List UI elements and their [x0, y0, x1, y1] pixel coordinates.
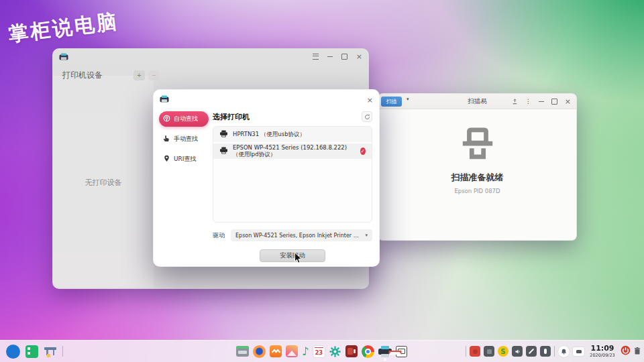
tab-label: URI查找: [174, 155, 197, 164]
tab-label: 手动查找: [174, 135, 198, 143]
taskbar: ♪ 23 S 11:09: [0, 340, 644, 362]
dock-separator: [62, 346, 63, 357]
music-icon[interactable]: ♪: [302, 346, 309, 357]
remove-printer-button[interactable]: −: [148, 70, 160, 80]
printer-window-titlebar[interactable]: ×: [53, 49, 368, 64]
image-viewer-icon[interactable]: [286, 345, 298, 357]
printer-row[interactable]: EPSON WP-4521 Series (192.168.8.222) （使用…: [213, 143, 372, 160]
scanner-device-name: Epson PID 087D: [378, 188, 576, 194]
hand-icon: [163, 135, 170, 143]
driver-dropdown[interactable]: Epson WP-4521 Series, Epson Inkjet Print…: [231, 229, 372, 241]
printer-name: HPRTN31 （使用usb协议）: [233, 131, 305, 139]
tab-label: 自动查找: [174, 115, 198, 123]
notification-bell-icon[interactable]: [558, 346, 570, 357]
scanner-titlebar[interactable]: 扫描易 扫描 ▾ ⋮ ×: [378, 94, 576, 109]
tray-separator: [466, 346, 466, 357]
tray-separator: [554, 346, 555, 357]
app-store-icon[interactable]: [270, 345, 282, 357]
firefox-icon[interactable]: [253, 345, 266, 358]
printer-app-icon: [59, 50, 68, 63]
add-printer-dialog: × 自动查找 手动查找 URI查找: [153, 89, 380, 267]
calendar-day: 23: [315, 350, 323, 356]
clock-time: 11:09: [588, 345, 617, 352]
onscreen-keyboard-icon[interactable]: [573, 347, 584, 356]
printer-list: HPRTN31 （使用usb协议） EPSON WP-4521 Series (…: [213, 126, 372, 223]
input-method-icon[interactable]: S: [498, 346, 508, 357]
close-icon[interactable]: ×: [356, 53, 362, 60]
kebab-menu-icon[interactable]: ⋮: [525, 98, 531, 105]
tab-uri-search[interactable]: URI查找: [159, 152, 209, 167]
auto-search-icon: [163, 115, 170, 123]
control-center-icon[interactable]: [329, 345, 341, 358]
export-icon[interactable]: [512, 99, 518, 105]
close-icon[interactable]: ×: [367, 97, 373, 104]
scan-status-text: 扫描准备就绪: [378, 172, 576, 184]
tab-manual-search[interactable]: 手动查找: [159, 131, 209, 147]
scanner-body: 扫描准备就绪 Epson PID 087D: [378, 109, 576, 240]
calendar-icon[interactable]: 23: [313, 346, 325, 357]
driver-dropdown-value: Epson WP-4521 Series, Epson Inkjet Print…: [235, 233, 362, 239]
driver-label: 驱动: [213, 231, 225, 240]
tab-auto-search[interactable]: 自动查找: [159, 111, 209, 127]
install-driver-button[interactable]: 安装驱动: [260, 249, 325, 262]
scan-options-caret-icon[interactable]: ▾: [407, 97, 409, 102]
file-manager-icon[interactable]: [236, 346, 249, 357]
dialog-titlebar[interactable]: ×: [154, 90, 379, 107]
trash-icon[interactable]: [634, 345, 641, 358]
screen-recorder-icon[interactable]: [470, 346, 480, 357]
display-settings-icon[interactable]: [484, 346, 494, 357]
scanner-dock-icon[interactable]: [396, 346, 407, 357]
video-player-icon[interactable]: [345, 345, 358, 357]
search-mode-sidebar: 自动查找 手动查找 URI查找: [159, 111, 209, 172]
clock-date: 2020/09/23: [588, 353, 617, 358]
close-icon[interactable]: ×: [565, 98, 571, 105]
select-printer-title: 选择打印机: [213, 112, 250, 122]
location-pin-icon: [163, 155, 170, 164]
printer-app-icon: [160, 93, 169, 105]
desktop: 掌柜说电脑 × 打印机设备 + − 无打印设备 扫描易 扫描 ▾: [0, 0, 644, 362]
printer-icon: [219, 147, 228, 156]
chrome-icon[interactable]: [362, 345, 374, 358]
selected-check-icon: ✓: [360, 147, 366, 155]
printer-row[interactable]: HPRTN31 （使用usb协议）: [213, 127, 372, 143]
maximize-icon[interactable]: [341, 54, 347, 60]
multitasking-view-icon[interactable]: [25, 345, 38, 358]
launcher-icon[interactable]: [6, 345, 20, 359]
scanner-window: 扫描易 扫描 ▾ ⋮ × 扫描准备就绪 Epson PID 087D: [378, 93, 577, 241]
window-menu-icon[interactable]: [313, 54, 319, 60]
printer-name: EPSON WP-4521 Series (192.168.8.222) （使用…: [233, 144, 356, 159]
scan-button[interactable]: 扫描: [381, 97, 402, 107]
minimize-icon[interactable]: [327, 56, 333, 57]
no-printer-text: 无打印设备: [53, 178, 154, 188]
taskbar-clock[interactable]: 11:09 2020/09/23: [588, 345, 617, 358]
dialog-content: 选择打印机 HPRTN31 （使用usb协议） EPSON WP-4521 Se: [213, 111, 372, 259]
chevron-down-icon: ▾: [365, 233, 368, 238]
volume-icon[interactable]: [512, 346, 523, 357]
scanner-ready-icon: [378, 127, 576, 166]
microphone-icon[interactable]: [540, 346, 551, 357]
maximize-icon[interactable]: [551, 99, 557, 105]
refresh-button[interactable]: [362, 111, 372, 122]
add-printer-button[interactable]: +: [133, 70, 145, 80]
shutdown-icon[interactable]: [621, 345, 631, 358]
printer-icon: [219, 130, 228, 139]
printer-devices-label: 打印机设备: [62, 70, 103, 81]
workbench-icon[interactable]: [44, 345, 57, 357]
minimize-icon[interactable]: [539, 101, 544, 102]
pen-tool-icon[interactable]: [526, 346, 537, 357]
watermark: 掌柜说电脑: [7, 6, 137, 49]
